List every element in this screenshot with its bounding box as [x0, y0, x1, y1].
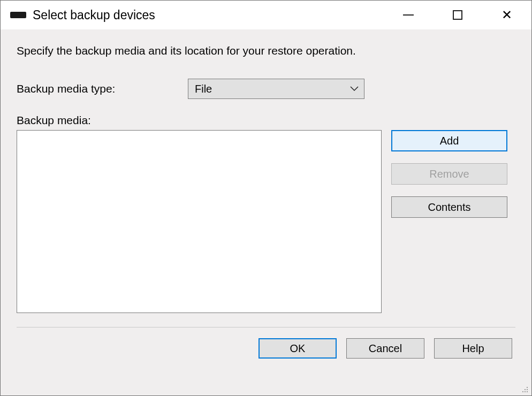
media-type-label: Backup media type:	[17, 82, 188, 95]
help-button[interactable]: Help	[434, 338, 512, 359]
window-controls: ✕	[384, 1, 531, 29]
cancel-button[interactable]: Cancel	[346, 338, 424, 359]
window-title: Select backup devices	[33, 8, 155, 22]
resize-grip[interactable]	[521, 385, 528, 393]
dialog-window: Select backup devices ✕ Specify the back…	[0, 0, 532, 396]
maximize-icon	[453, 10, 462, 20]
ok-button[interactable]: OK	[259, 338, 337, 359]
media-type-row: Backup media type: File	[17, 79, 515, 99]
title-bar: Select backup devices ✕	[1, 1, 531, 29]
client-area: Specify the backup media and its locatio…	[1, 29, 531, 395]
side-buttons: Add Remove Contents	[391, 130, 507, 218]
media-list-label: Backup media:	[17, 114, 515, 127]
remove-button: Remove	[391, 163, 507, 185]
minimize-icon	[403, 14, 414, 16]
separator	[17, 327, 515, 328]
instruction-text: Specify the backup media and its locatio…	[17, 44, 515, 57]
contents-button[interactable]: Contents	[391, 196, 507, 218]
svg-point-3	[522, 391, 523, 392]
maximize-button[interactable]	[433, 1, 482, 29]
media-type-value: File	[195, 83, 350, 95]
media-type-combobox[interactable]: File	[188, 79, 364, 99]
app-icon	[10, 12, 26, 18]
svg-point-2	[527, 389, 528, 390]
svg-point-5	[527, 391, 528, 392]
add-button[interactable]: Add	[391, 130, 507, 151]
bottom-buttons: OK Cancel Help	[17, 338, 515, 359]
chevron-down-icon	[350, 84, 359, 94]
svg-point-4	[525, 391, 526, 392]
close-button[interactable]: ✕	[482, 1, 531, 29]
close-icon: ✕	[501, 9, 512, 21]
backup-media-listbox[interactable]	[17, 130, 382, 313]
svg-point-1	[525, 389, 526, 390]
media-row: Add Remove Contents	[17, 130, 515, 313]
svg-point-0	[527, 387, 528, 388]
minimize-button[interactable]	[384, 1, 433, 29]
